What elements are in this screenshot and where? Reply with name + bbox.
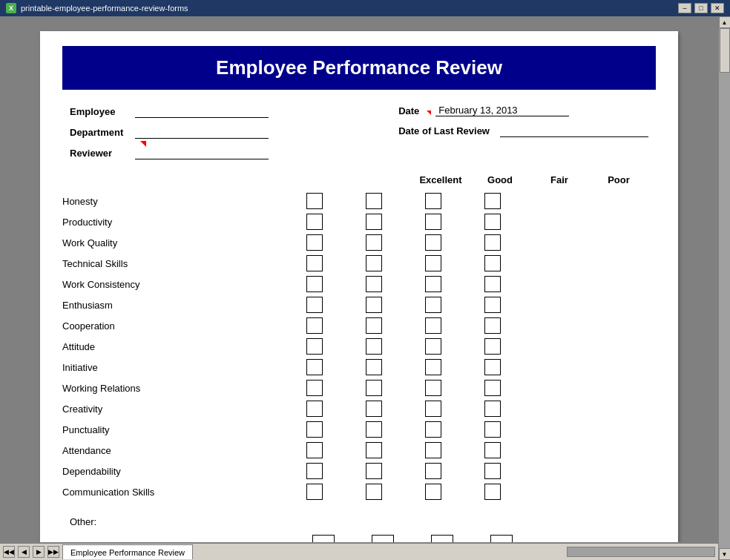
criteria-name: Initiative (62, 362, 285, 373)
checkbox-fair[interactable] (425, 359, 441, 375)
checkbox-good[interactable] (366, 401, 382, 417)
col-excellent: Excellent (411, 174, 470, 185)
nav-last-button[interactable]: ▶▶ (47, 546, 59, 558)
checkbox-cell-poor (463, 317, 522, 334)
checkbox-good[interactable] (366, 421, 382, 438)
checkbox-cell-excellent (285, 380, 344, 396)
checkbox-fair[interactable] (425, 421, 441, 438)
checkbox-fair[interactable] (425, 255, 441, 271)
scroll-down-button[interactable]: ▼ (719, 548, 731, 560)
checkbox-excellent[interactable] (306, 421, 323, 438)
other-checkbox-fair[interactable] (431, 535, 453, 542)
date-value-display[interactable]: February 13, 2013 (435, 105, 569, 116)
checkbox-excellent[interactable] (306, 401, 323, 417)
checkbox-excellent[interactable] (306, 234, 323, 251)
checkbox-good[interactable] (366, 193, 382, 209)
checkbox-good[interactable] (366, 234, 382, 251)
checkbox-poor[interactable] (484, 255, 501, 271)
checkbox-excellent[interactable] (306, 359, 323, 375)
criteria-name: Dependability (62, 466, 285, 477)
reviewer-input[interactable] (135, 146, 269, 159)
checkbox-good[interactable] (366, 276, 382, 292)
checkbox-poor[interactable] (484, 401, 501, 417)
checkbox-cell-fair (404, 297, 463, 313)
scroll-up-button[interactable]: ▲ (719, 16, 731, 28)
checkbox-fair[interactable] (425, 442, 441, 458)
department-input[interactable] (135, 125, 269, 139)
checkbox-good[interactable] (366, 442, 382, 458)
checkbox-excellent[interactable] (306, 276, 323, 292)
nav-first-button[interactable]: ◀◀ (3, 546, 15, 558)
checkbox-excellent[interactable] (306, 463, 323, 479)
checkbox-cell-excellent (285, 442, 344, 458)
checkbox-fair[interactable] (425, 297, 441, 313)
checkbox-poor[interactable] (484, 463, 501, 479)
checkbox-fair[interactable] (425, 214, 441, 230)
checkbox-poor[interactable] (484, 421, 501, 438)
checkbox-excellent[interactable] (306, 193, 323, 209)
minimize-button[interactable]: – (678, 3, 691, 13)
checkbox-cell-poor (463, 380, 522, 396)
checkbox-excellent[interactable] (306, 297, 323, 313)
checkbox-excellent[interactable] (306, 484, 323, 500)
maximize-button[interactable]: □ (694, 3, 708, 13)
scroll-thumb[interactable] (720, 28, 730, 73)
close-button[interactable]: ✕ (711, 3, 724, 13)
checkbox-good[interactable] (366, 317, 382, 334)
checkbox-poor[interactable] (484, 380, 501, 396)
checkbox-poor[interactable] (484, 317, 501, 334)
checkbox-fair[interactable] (425, 276, 441, 292)
other-checkbox-good[interactable] (372, 535, 394, 542)
checkbox-good[interactable] (366, 338, 382, 355)
checkbox-excellent[interactable] (306, 442, 323, 458)
checkbox-fair[interactable] (425, 193, 441, 209)
checkbox-cell-excellent (285, 359, 344, 375)
horizontal-scrollbar[interactable] (567, 547, 715, 557)
checkbox-poor[interactable] (484, 338, 501, 355)
checkbox-group (285, 421, 522, 438)
checkbox-poor[interactable] (484, 276, 501, 292)
checkbox-cell-good (344, 401, 404, 417)
checkbox-fair[interactable] (425, 338, 441, 355)
checkbox-poor[interactable] (484, 193, 501, 209)
other-checkbox-excellent[interactable] (312, 535, 335, 542)
checkbox-excellent[interactable] (306, 380, 323, 396)
checkbox-good[interactable] (366, 380, 382, 396)
checkbox-good[interactable] (366, 359, 382, 375)
checkbox-fair[interactable] (425, 401, 441, 417)
checkbox-poor[interactable] (484, 359, 501, 375)
criteria-name: Honesty (62, 196, 285, 207)
checkbox-poor[interactable] (484, 214, 501, 230)
main-content: Employee Performance Review Employee (0, 16, 730, 560)
checkbox-excellent[interactable] (306, 317, 323, 334)
checkbox-fair[interactable] (425, 317, 441, 334)
nav-next-button[interactable]: ▶ (33, 546, 45, 558)
checkbox-poor[interactable] (484, 442, 501, 458)
date-last-review-input[interactable] (500, 124, 648, 137)
form-right: Date February 13, 2013 Date of Last Revi… (398, 105, 648, 159)
checkbox-excellent[interactable] (306, 214, 323, 230)
checkbox-fair[interactable] (425, 234, 441, 251)
checkbox-fair[interactable] (425, 484, 441, 500)
checkbox-fair[interactable] (425, 463, 441, 479)
checkbox-good[interactable] (366, 297, 382, 313)
checkbox-cell-fair (404, 359, 463, 375)
checkbox-fair[interactable] (425, 380, 441, 396)
checkbox-cell-good (344, 442, 404, 458)
window-title: printable-employee-performance-review-fo… (21, 4, 188, 13)
checkbox-cell-good (344, 317, 404, 334)
other-checkbox-poor[interactable] (490, 535, 513, 542)
reviewer-field-row: Reviewer (70, 146, 269, 159)
checkbox-poor[interactable] (484, 234, 501, 251)
checkbox-excellent[interactable] (306, 338, 323, 355)
checkbox-good[interactable] (366, 214, 382, 230)
checkbox-poor[interactable] (484, 297, 501, 313)
checkbox-good[interactable] (366, 463, 382, 479)
checkbox-excellent[interactable] (306, 255, 323, 271)
checkbox-good[interactable] (366, 255, 382, 271)
sheet-tab[interactable]: Employee Performance Review (62, 544, 193, 559)
checkbox-poor[interactable] (484, 484, 501, 500)
employee-input[interactable] (135, 105, 269, 118)
checkbox-good[interactable] (366, 484, 382, 500)
nav-prev-button[interactable]: ◀ (18, 546, 30, 558)
